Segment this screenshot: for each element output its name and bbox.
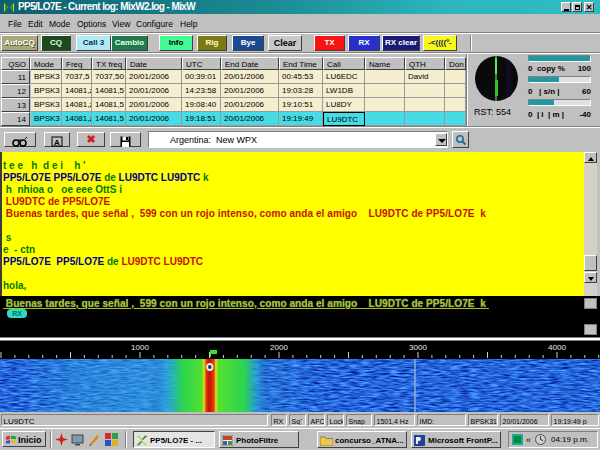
svg-text:3000: 3000 [409,343,427,352]
svg-text:2000: 2000 [270,343,288,352]
svg-text:4000: 4000 [548,343,566,352]
svg-text:1000: 1000 [131,343,149,352]
svg-text:A: A [54,138,60,147]
